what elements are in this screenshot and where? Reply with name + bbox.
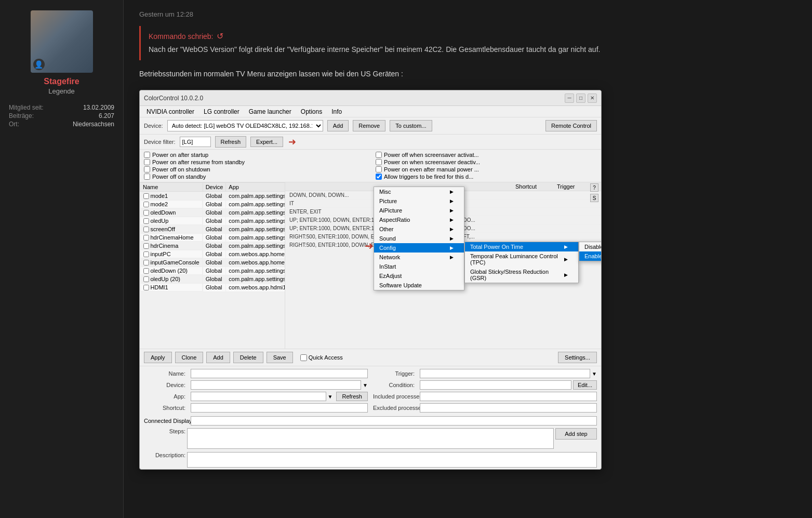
quick-access-group: Quick Access bbox=[300, 354, 343, 361]
ssm-disabled[interactable]: Disabled bbox=[579, 242, 601, 251]
minimize-button[interactable]: ─ bbox=[565, 94, 574, 103]
remote-control-button[interactable]: Remote Control bbox=[545, 120, 597, 131]
row-checkbox[interactable] bbox=[143, 218, 149, 224]
clone-button[interactable]: Clone bbox=[175, 352, 204, 363]
chk-power-manual-input[interactable] bbox=[376, 166, 382, 172]
beitraege-label: Beiträge: bbox=[9, 112, 59, 119]
table-row[interactable]: inputGameConsoleGlobalcom.webos.app.home… bbox=[140, 258, 286, 267]
s-button[interactable]: S bbox=[590, 194, 598, 202]
chk-power-off-screensaver-input[interactable] bbox=[376, 152, 382, 158]
delete-button[interactable]: Delete bbox=[233, 352, 263, 363]
post-timestamp: Gestern um 12:28 bbox=[139, 10, 796, 18]
add-step-button[interactable]: Add step bbox=[555, 428, 597, 440]
table-row[interactable]: mode2Globalcom.palm.app.settings bbox=[140, 200, 286, 208]
question-button[interactable]: ? bbox=[590, 183, 598, 192]
chk-power-off-shutdown-input[interactable] bbox=[144, 166, 150, 172]
row-checkbox[interactable] bbox=[143, 251, 149, 257]
chk-power-off-standby-input[interactable] bbox=[144, 174, 150, 180]
name-input[interactable] bbox=[191, 369, 368, 378]
apply-button[interactable]: Apply bbox=[144, 352, 172, 363]
chk-power-resume-input[interactable] bbox=[144, 159, 150, 165]
cm-ezadjust[interactable]: EzAdjust bbox=[374, 271, 464, 281]
expert-button[interactable]: Expert... bbox=[250, 137, 283, 147]
app-refresh-button[interactable]: Refresh bbox=[336, 392, 368, 401]
sm-total-power[interactable]: Total Power On Time▶ bbox=[465, 242, 578, 251]
row-checkbox[interactable] bbox=[143, 260, 149, 265]
add-preset-button[interactable]: Add bbox=[206, 352, 230, 363]
chk-power-after-startup-input[interactable] bbox=[144, 152, 150, 158]
quick-access-checkbox[interactable] bbox=[300, 354, 307, 361]
cm-instart[interactable]: InStart bbox=[374, 262, 464, 271]
cm-aipicture[interactable]: AiPicture▶ bbox=[374, 206, 464, 215]
power-submenu[interactable]: Disabled Enabled bbox=[579, 242, 601, 261]
table-row[interactable]: mode1Globalcom.palm.app.settings bbox=[140, 192, 286, 201]
row-checkbox[interactable] bbox=[143, 193, 149, 199]
shortcut-input[interactable] bbox=[191, 403, 368, 413]
add-button[interactable]: Add bbox=[327, 120, 349, 131]
table-cell: com.palm.app.settings bbox=[226, 200, 285, 208]
table-row[interactable]: oledUpGlobalcom.palm.app.settings bbox=[140, 217, 286, 225]
refresh-button[interactable]: Refresh bbox=[215, 136, 247, 148]
menu-gamelauncher[interactable]: Game launcher bbox=[245, 107, 296, 116]
menu-info[interactable]: Info bbox=[327, 107, 346, 116]
user-status-icon: 👤 bbox=[33, 59, 45, 70]
cm-aspectratio[interactable]: AspectRatio▶ bbox=[374, 215, 464, 224]
table-row[interactable]: hdrCinemaGlobalcom.palm.app.settings bbox=[140, 242, 286, 250]
edit-button[interactable]: Edit... bbox=[573, 380, 597, 390]
row-checkbox[interactable] bbox=[143, 235, 149, 241]
menu-options[interactable]: Options bbox=[297, 107, 326, 116]
chk-allow-triggers-input[interactable] bbox=[376, 174, 382, 180]
row-checkbox[interactable] bbox=[143, 202, 149, 207]
connected-input[interactable] bbox=[191, 416, 597, 426]
chk-power-on-screensaver-input[interactable] bbox=[376, 159, 382, 165]
table-row[interactable]: inputPCGlobalcom.webos.app.homeconnect bbox=[140, 250, 286, 258]
quick-access-label: Quick Access bbox=[309, 354, 343, 361]
maximize-button[interactable]: □ bbox=[576, 94, 585, 103]
cm-misc[interactable]: Misc▶ bbox=[374, 187, 464, 196]
filter-input[interactable] bbox=[180, 137, 211, 147]
app-input[interactable] bbox=[191, 392, 326, 401]
row-checkbox[interactable] bbox=[143, 227, 149, 232]
row-checkbox[interactable] bbox=[143, 276, 149, 282]
app-chevron-icon: ▼ bbox=[328, 394, 333, 400]
excluded-input[interactable] bbox=[420, 403, 597, 413]
window-title: ColorControl 10.0.2.0 bbox=[144, 95, 203, 102]
sm-gsr[interactable]: Global Sticky/Stress Reduction (GSR)▶ bbox=[465, 267, 578, 283]
description-input[interactable] bbox=[187, 452, 597, 468]
trigger-input[interactable] bbox=[420, 369, 590, 378]
cm-sound[interactable]: Sound▶ bbox=[374, 234, 464, 243]
ssm-enabled[interactable]: Enabled bbox=[579, 251, 601, 261]
condition-input[interactable] bbox=[420, 380, 571, 390]
cm-softwareupdate[interactable]: Software Update bbox=[374, 281, 464, 290]
table-row[interactable]: oledUp (20)Globalcom.palm.app.settings bbox=[140, 275, 286, 283]
cm-other[interactable]: Other▶ bbox=[374, 224, 464, 234]
table-row[interactable]: oledDown (20)Globalcom.palm.app.settings bbox=[140, 267, 286, 275]
row-checkbox[interactable] bbox=[143, 285, 149, 290]
included-input[interactable] bbox=[420, 392, 597, 401]
save-button[interactable]: Save bbox=[267, 352, 293, 363]
table-cell: inputPC bbox=[140, 250, 203, 258]
table-row[interactable]: hdrCinemaHomeGlobalcom.palm.app.settings bbox=[140, 233, 286, 242]
row-checkbox[interactable] bbox=[143, 210, 149, 216]
tocustom-button[interactable]: To custom... bbox=[390, 120, 432, 131]
remove-button[interactable]: Remove bbox=[353, 120, 385, 131]
row-checkbox[interactable] bbox=[143, 243, 149, 249]
steps-input[interactable] bbox=[187, 428, 554, 449]
close-button[interactable]: ✕ bbox=[588, 94, 597, 103]
cm-picture[interactable]: Picture▶ bbox=[374, 196, 464, 206]
device-form-input[interactable] bbox=[191, 380, 361, 390]
menu-nvidia[interactable]: NVIDIA controller bbox=[142, 107, 198, 116]
chk-power-after-startup-label: Power on after startup bbox=[152, 152, 208, 158]
settings-button[interactable]: Settings... bbox=[558, 352, 597, 363]
table-row[interactable]: HDMI1Globalcom.webos.app.hdmi1 bbox=[140, 283, 286, 291]
menu-lg[interactable]: LG controller bbox=[199, 107, 244, 116]
table-row[interactable]: oledDownGlobalcom.palm.app.settings bbox=[140, 208, 286, 217]
cm-network[interactable]: Network▶ bbox=[374, 253, 464, 262]
cm-config[interactable]: Config▶ bbox=[374, 243, 464, 253]
device-select[interactable]: Auto detect: [LG] webOS TV OLED48CX8LC, … bbox=[167, 120, 323, 131]
row-checkbox[interactable] bbox=[143, 268, 149, 274]
table-row[interactable]: screenOffGlobalcom.palm.app.settings bbox=[140, 225, 286, 233]
config-submenu[interactable]: Total Power On Time▶ Temporal Peak Lumin… bbox=[464, 242, 579, 283]
context-menu[interactable]: Misc▶ Picture▶ AiPicture▶ AspectRatio▶ O… bbox=[374, 187, 464, 290]
sm-tpc[interactable]: Temporal Peak Luminance Control (TPC)▶ bbox=[465, 251, 578, 267]
